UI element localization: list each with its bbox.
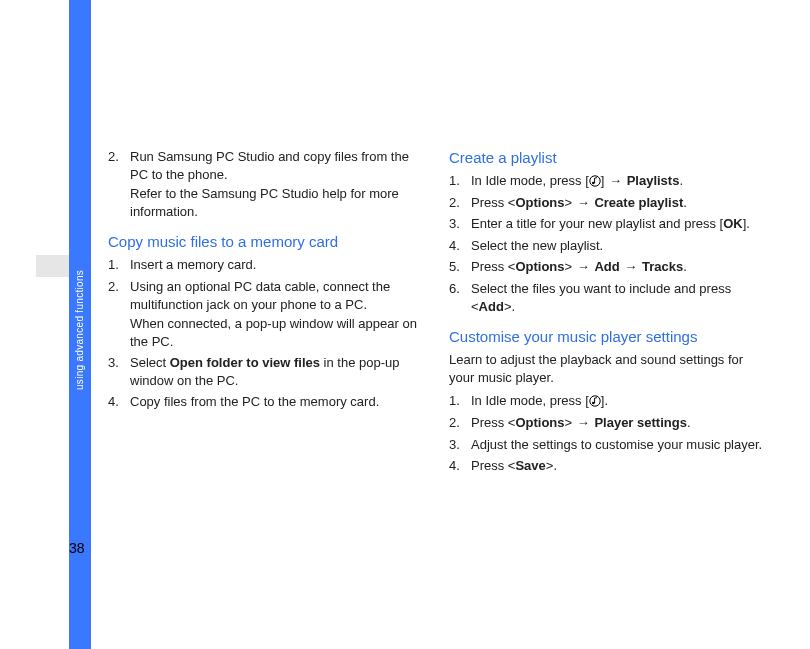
step-number: 3. (108, 354, 119, 372)
page-number: 38 (69, 540, 85, 556)
step-text: Select (130, 355, 170, 370)
step-text: >. (546, 458, 557, 473)
bold-text: Save (515, 458, 545, 473)
step-number: 1. (449, 392, 460, 410)
step-number: 2. (449, 194, 460, 212)
step-text: Enter a title for your new playlist and … (471, 216, 723, 231)
step-number: 4. (449, 237, 460, 255)
step-number: 1. (449, 172, 460, 190)
list-item: 4. Press <Save>. (449, 457, 768, 475)
list-item: 5. Press <Options> → Add → Tracks. (449, 258, 768, 276)
arrow-icon: → (576, 259, 591, 274)
right-column: Create a playlist 1. In Idle mode, press… (449, 148, 768, 479)
step-text: Press < (471, 415, 515, 430)
bold-text: Options (515, 259, 564, 274)
bold-text: Playlists (627, 173, 680, 188)
bold-text: Player settings (594, 415, 687, 430)
step-text: Select the new playlist. (471, 238, 603, 253)
step-text: . (683, 195, 687, 210)
playlist-steps-list: 1. In Idle mode, press [] → Playlists. 2… (449, 172, 768, 315)
arrow-icon: → (576, 195, 591, 210)
intro-text: Learn to adjust the playback and sound s… (449, 351, 768, 386)
step-text: Press < (471, 195, 515, 210)
music-icon (589, 395, 601, 407)
heading-customise: Customise your music player settings (449, 327, 768, 347)
tab-marker (36, 255, 69, 277)
bold-text: OK (723, 216, 743, 231)
step-text: Press < (471, 458, 515, 473)
list-item: 3. Adjust the settings to customise your… (449, 436, 768, 454)
list-item: 4. Select the new playlist. (449, 237, 768, 255)
bold-text: Add (594, 259, 619, 274)
step-text: In Idle mode, press [ (471, 173, 589, 188)
copy-steps-list: 1. Insert a memory card. 2. Using an opt… (108, 256, 427, 410)
pre-steps-list: 2. Run Samsung PC Studio and copy files … (108, 148, 427, 220)
step-text: Run Samsung PC Studio and copy files fro… (130, 149, 409, 182)
step-sub: When connected, a pop-up window will app… (130, 315, 427, 350)
step-text: Adjust the settings to customise your mu… (471, 437, 762, 452)
list-item: 3. Select Open folder to view files in t… (108, 354, 427, 389)
step-text: Using an optional PC data cable, connect… (130, 279, 390, 312)
heading-copy-files: Copy music files to a memory card (108, 232, 427, 252)
step-number: 5. (449, 258, 460, 276)
list-item: 1. Insert a memory card. (108, 256, 427, 274)
section-label: using advanced functions (74, 270, 85, 390)
step-text: In Idle mode, press [ (471, 393, 589, 408)
step-text: ] (601, 173, 608, 188)
bold-text: Options (515, 195, 564, 210)
list-item: 2. Using an optional PC data cable, conn… (108, 278, 427, 350)
step-text: Insert a memory card. (130, 257, 256, 272)
list-item: 3. Enter a title for your new playlist a… (449, 215, 768, 233)
step-sub: Refer to the Samsung PC Studio help for … (130, 185, 427, 220)
step-text: > (565, 259, 576, 274)
bold-text: Create playlist (594, 195, 683, 210)
step-number: 1. (108, 256, 119, 274)
list-item: 2. Press <Options> → Player settings. (449, 414, 768, 432)
music-icon (589, 175, 601, 187)
bold-text: Options (515, 415, 564, 430)
list-item: 2. Press <Options> → Create playlist. (449, 194, 768, 212)
arrow-icon: → (576, 415, 591, 430)
left-column: 2. Run Samsung PC Studio and copy files … (108, 148, 427, 479)
step-number: 2. (449, 414, 460, 432)
step-text: Copy files from the PC to the memory car… (130, 394, 379, 409)
step-text: Press < (471, 259, 515, 274)
step-number: 2. (108, 278, 119, 296)
step-number: 2. (108, 148, 119, 166)
step-text: > (565, 415, 576, 430)
heading-create-playlist: Create a playlist (449, 148, 768, 168)
list-item: 4. Copy files from the PC to the memory … (108, 393, 427, 411)
step-text: . (687, 415, 691, 430)
step-text: >. (504, 299, 515, 314)
step-number: 4. (108, 393, 119, 411)
customise-steps-list: 1. In Idle mode, press []. 2. Press <Opt… (449, 392, 768, 474)
list-item: 1. In Idle mode, press [] → Playlists. (449, 172, 768, 190)
step-number: 4. (449, 457, 460, 475)
arrow-icon: → (623, 259, 638, 274)
content-area: 2. Run Samsung PC Studio and copy files … (108, 148, 768, 479)
step-text: . (679, 173, 683, 188)
arrow-icon: → (608, 173, 623, 188)
bold-text: Add (479, 299, 504, 314)
manual-page: using advanced functions 38 2. Run Samsu… (0, 0, 810, 649)
step-text: > (565, 195, 576, 210)
step-number: 6. (449, 280, 460, 298)
bold-text: Open folder to view files (170, 355, 320, 370)
step-number: 3. (449, 215, 460, 233)
step-text: ]. (743, 216, 750, 231)
list-item: 6. Select the files you want to include … (449, 280, 768, 315)
step-text: ]. (601, 393, 608, 408)
list-item: 2. Run Samsung PC Studio and copy files … (108, 148, 427, 220)
bold-text: Tracks (642, 259, 683, 274)
list-item: 1. In Idle mode, press []. (449, 392, 768, 410)
step-text: . (683, 259, 687, 274)
step-number: 3. (449, 436, 460, 454)
